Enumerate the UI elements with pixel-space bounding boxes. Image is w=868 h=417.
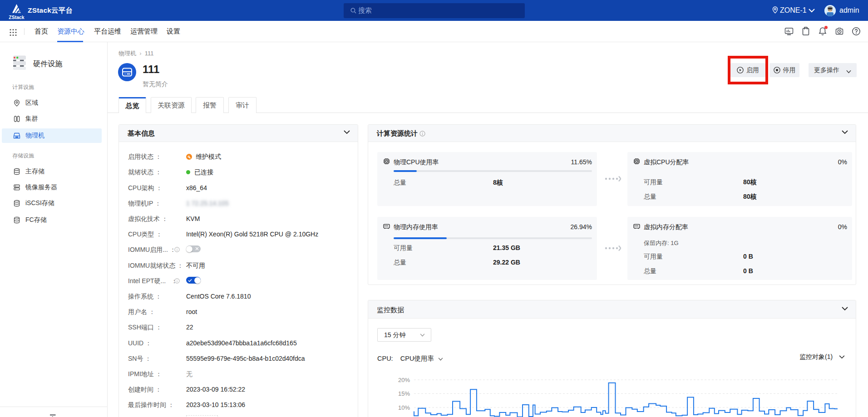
svg-text:10%: 10%	[398, 404, 410, 411]
svg-text:ZStack: ZStack	[9, 15, 25, 20]
svg-text:20%: 20%	[398, 377, 410, 383]
svg-text:15%: 15%	[398, 390, 410, 397]
